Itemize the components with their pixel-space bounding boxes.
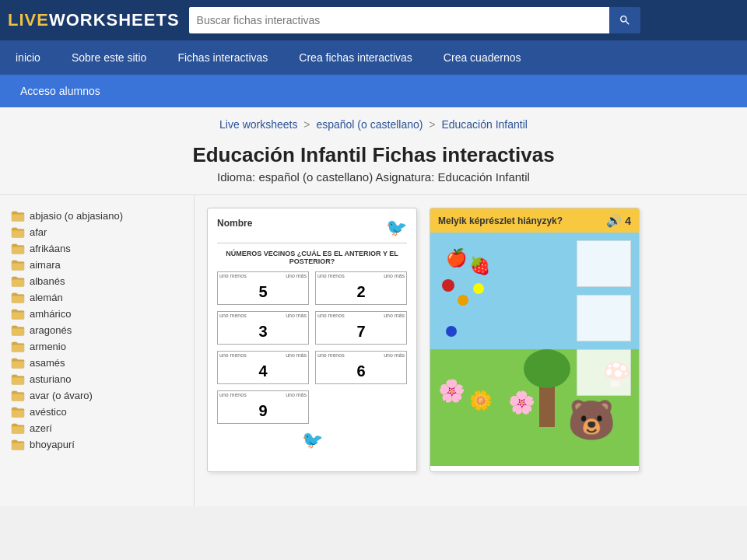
folder-icon-9 xyxy=(11,358,25,369)
sidebar-item-6[interactable]: amhárico xyxy=(8,306,186,322)
sidebar-item-label-8: armenio xyxy=(30,341,66,352)
breadcrumb: Live worksheets > español (o castellano)… xyxy=(0,118,747,131)
sidebar: abjasio (o abjasiano) afar afrikáans aim… xyxy=(0,195,195,506)
breadcrumb-sep2: > xyxy=(429,118,438,131)
ws-cell-number-3: 7 xyxy=(321,323,402,341)
breadcrumb-live-worksheets[interactable]: Live worksheets xyxy=(219,118,297,131)
folder-icon-5 xyxy=(11,292,25,303)
fruit-tree: 🍎 xyxy=(446,248,467,268)
sidebar-item-5[interactable]: alemán xyxy=(8,289,186,306)
folder-icon-3 xyxy=(11,260,25,271)
sidebar-item-8[interactable]: armenio xyxy=(8,338,186,355)
ws-cell-3: uno menos uno más 7 xyxy=(315,311,407,345)
sidebar-item-label-10: asturiano xyxy=(30,373,71,385)
sidebar-item-9[interactable]: asamés xyxy=(8,355,186,371)
score-value: 4 xyxy=(625,215,631,227)
breadcrumb-espanol[interactable]: español (o castellano) xyxy=(316,118,423,131)
folder-icon-13 xyxy=(11,423,25,434)
ws-cell-number-5: 6 xyxy=(321,362,402,380)
ws-cell-number-4: 4 xyxy=(223,362,303,380)
sidebar-item-label-2: afrikáans xyxy=(30,243,71,254)
ws-cell-label-left-3: uno menos xyxy=(317,313,345,318)
flower-1: 🌸 xyxy=(438,378,465,404)
logo[interactable]: LIVEWORKSHEETS xyxy=(8,10,180,30)
sidebar-item-13[interactable]: azerí xyxy=(8,420,186,436)
nav-fichas[interactable]: Fichas interactivas xyxy=(162,40,283,75)
folder-icon-11 xyxy=(11,390,25,401)
sidebar-item-label-11: avar (o ávaro) xyxy=(30,390,93,401)
search-input[interactable] xyxy=(189,7,609,33)
puzzle-scene: 🌸 🌼 🌸 🍄 🍎 🍓 🐻 xyxy=(430,233,639,466)
ws-cell-label-left-1: uno menos xyxy=(317,273,345,278)
ws-cell-label-left-5: uno menos xyxy=(317,352,345,358)
search-button[interactable] xyxy=(609,7,640,33)
sidebar-item-7[interactable]: aragonés xyxy=(8,322,186,338)
nav-inicio[interactable]: inicio xyxy=(0,40,56,75)
ws-puzzle-header: Melyik képrészlet hiányzyk? 🔊 4 xyxy=(430,208,639,233)
folder-icon-1 xyxy=(11,227,25,238)
sidebar-item-label-7: aragonés xyxy=(30,324,72,336)
folder-icon-10 xyxy=(11,374,25,385)
ws-cell-label-left-0: uno menos xyxy=(219,273,247,278)
nav-crea-cuadernos[interactable]: Crea cuadernos xyxy=(428,40,537,75)
ws-cell-label-right-1: uno más xyxy=(384,273,405,278)
sidebar-item-1[interactable]: afar xyxy=(8,224,186,240)
logo-live: LIVE xyxy=(8,10,49,30)
sidebar-item-label-14: bhoyapurí xyxy=(30,439,75,450)
speaker-icon: 🔊 xyxy=(606,213,622,228)
puzzle-piece-3 xyxy=(577,349,631,396)
flower-2: 🌼 xyxy=(469,390,493,411)
puzzle-piece-2 xyxy=(577,295,631,341)
main-content: abjasio (o abjasiano) afar afrikáans aim… xyxy=(0,195,747,506)
sidebar-item-4[interactable]: albanés xyxy=(8,273,186,289)
ws-cell-4: uno menos uno más 4 xyxy=(217,351,309,384)
ws-bird-icon: 🐦 xyxy=(386,218,407,238)
blue-ball xyxy=(446,326,457,337)
ws-cell-1: uno menos uno más 2 xyxy=(315,271,407,305)
folder-icon-7 xyxy=(11,325,25,336)
ws-cell-label-right-5: uno más xyxy=(384,352,405,358)
ws-cell-label-left-6: uno menos xyxy=(219,392,247,397)
sidebar-item-label-3: aimara xyxy=(30,259,61,271)
orange-ball xyxy=(458,295,468,306)
ws-cell-0: uno menos uno más 5 xyxy=(217,271,309,305)
ws-bird-bottom: 🐦 xyxy=(217,430,407,450)
sidebar-item-12[interactable]: avéstico xyxy=(8,404,186,420)
ws-cell-label-right-0: uno más xyxy=(286,273,307,278)
ws-cell-number-6: 9 xyxy=(223,402,303,420)
ws-cell-number-0: 5 xyxy=(223,283,303,301)
sidebar-item-label-13: azerí xyxy=(30,422,52,434)
ws-cell-number-2: 3 xyxy=(223,323,303,341)
search-bar xyxy=(189,7,640,33)
folder-icon-4 xyxy=(11,276,25,287)
nav-sobre[interactable]: Sobre este sitio xyxy=(56,40,163,75)
ws-header-1: Nombre 🐦 xyxy=(217,218,407,243)
page-title-area: Educación Infantil Fichas interactivas I… xyxy=(0,135,747,195)
worksheet-card-1[interactable]: Nombre 🐦 NÚMEROS VECINOS ¿CUÁL ES EL ANT… xyxy=(207,208,417,472)
page-title: Educación Infantil Fichas interactivas xyxy=(0,143,747,167)
ws-puzzle-score: 🔊 4 xyxy=(606,213,631,228)
folder-icon-6 xyxy=(11,309,25,320)
acceso-alumnos-button[interactable]: Acceso alumnos xyxy=(8,80,113,102)
puzzle-piece-1 xyxy=(577,240,631,287)
header: LIVEWORKSHEETS xyxy=(0,0,747,40)
tree-crown xyxy=(524,349,570,388)
breadcrumb-educacion[interactable]: Educación Infantil xyxy=(441,118,528,131)
worksheet-card-2[interactable]: Melyik képrészlet hiányzyk? 🔊 4 🌸 🌼 🌸 🍄 … xyxy=(430,208,640,472)
ws-cell-2: uno menos uno más 3 xyxy=(217,311,309,345)
sidebar-item-10[interactable]: asturiano xyxy=(8,371,186,387)
sidebar-item-2[interactable]: afrikáans xyxy=(8,240,186,257)
ws-puzzle-title: Melyik képrészlet hiányzyk? xyxy=(438,215,563,226)
sidebar-item-3[interactable]: aimara xyxy=(8,257,186,273)
ws-cell-number-1: 2 xyxy=(321,283,402,301)
nav-crea-fichas[interactable]: Crea fichas interactivas xyxy=(283,40,428,75)
ws-cell-label-right-4: uno más xyxy=(286,352,307,358)
sidebar-item-14[interactable]: bhoyapurí xyxy=(8,436,186,453)
sidebar-item-11[interactable]: avar (o ávaro) xyxy=(8,387,186,404)
ws-cell-label-right-6: uno más xyxy=(286,392,307,397)
worksheets-area: Nombre 🐦 NÚMEROS VECINOS ¿CUÁL ES EL ANT… xyxy=(195,195,747,506)
sidebar-item-0[interactable]: abjasio (o abjasiano) xyxy=(8,208,186,224)
ws-subtitle-1: NÚMEROS VECINOS ¿CUÁL ES EL ANTERIOR Y E… xyxy=(217,250,407,265)
folder-icon-8 xyxy=(11,341,25,352)
flower-3: 🌸 xyxy=(508,390,535,415)
